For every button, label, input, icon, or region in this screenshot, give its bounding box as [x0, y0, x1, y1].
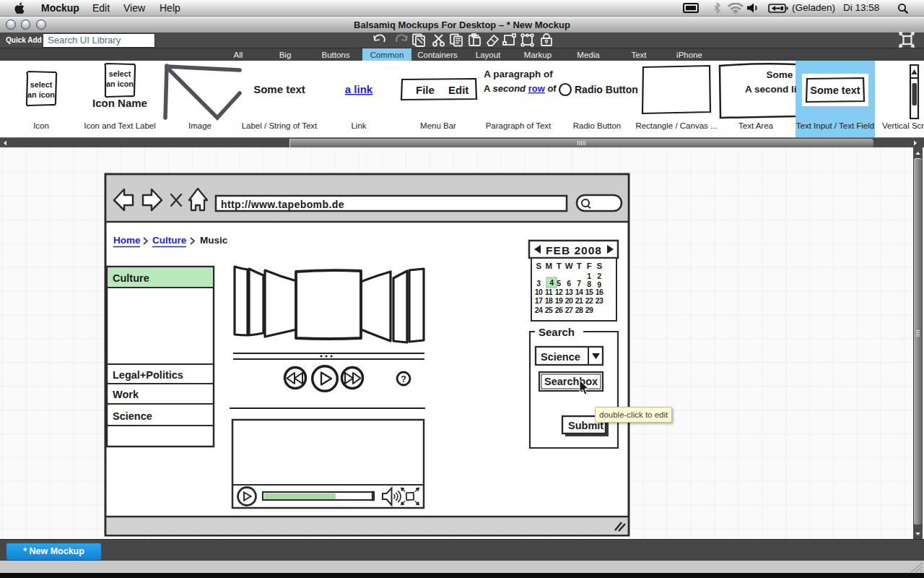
svg-text:13: 13: [565, 288, 573, 296]
svg-text:Culture: Culture: [152, 235, 187, 246]
svg-text:select: select: [30, 80, 53, 89]
svg-text:T: T: [557, 262, 562, 270]
svg-text:Some text: Some text: [810, 85, 860, 96]
svg-text:select: select: [109, 69, 131, 78]
svg-text:Edit: Edit: [448, 84, 468, 96]
svg-text:Science: Science: [541, 351, 580, 363]
svg-text:22: 22: [585, 296, 593, 305]
svg-text:25: 25: [545, 306, 553, 314]
svg-text:A second li: A second li: [745, 84, 797, 95]
svg-text:29: 29: [585, 306, 593, 314]
svg-text:an icon: an icon: [106, 79, 134, 88]
svg-text:Legal+Politics: Legal+Politics: [113, 369, 183, 381]
svg-text:23: 23: [596, 296, 603, 305]
svg-text:21: 21: [575, 296, 583, 305]
svg-text:FEB 2008: FEB 2008: [546, 244, 602, 256]
svg-text:Home: Home: [113, 235, 141, 246]
svg-text:Culture: Culture: [113, 272, 149, 284]
svg-text:28: 28: [575, 306, 583, 314]
svg-text:S: S: [536, 262, 541, 270]
svg-text:2: 2: [597, 272, 601, 280]
svg-text:18: 18: [545, 296, 553, 305]
svg-text:27: 27: [565, 306, 573, 314]
svg-text:Science: Science: [113, 410, 152, 422]
svg-text:W: W: [565, 262, 573, 270]
svg-text:Some: Some: [767, 69, 793, 80]
svg-text:Some text: Some text: [253, 83, 305, 95]
svg-text:an icon: an icon: [27, 90, 55, 99]
svg-text:Icon Name: Icon Name: [92, 97, 147, 109]
svg-text:26: 26: [555, 306, 563, 314]
svg-text:16: 16: [596, 288, 603, 296]
svg-text:Work: Work: [113, 389, 139, 400]
svg-text:24: 24: [535, 306, 543, 314]
svg-text:F: F: [587, 262, 592, 270]
svg-text:?: ?: [401, 374, 406, 384]
svg-text:T: T: [577, 262, 582, 270]
svg-text:M: M: [545, 262, 552, 270]
svg-text:File: File: [416, 84, 435, 96]
svg-text:12: 12: [555, 288, 563, 296]
svg-text:4: 4: [549, 278, 554, 287]
svg-text:3: 3: [536, 279, 541, 288]
svg-text:5: 5: [557, 279, 561, 288]
svg-text:Search: Search: [539, 326, 575, 338]
svg-text:A second row of: A second row of: [484, 83, 557, 94]
svg-text:Searchbox: Searchbox: [544, 376, 598, 387]
svg-text:a link: a link: [345, 83, 373, 95]
svg-text:14: 14: [575, 288, 583, 296]
svg-text:http://www.tapebomb.de: http://www.tapebomb.de: [221, 199, 344, 210]
svg-text:A paragraph of: A paragraph of: [484, 69, 553, 79]
svg-text:Music: Music: [200, 235, 228, 246]
svg-text:11: 11: [545, 288, 553, 296]
svg-text:6: 6: [567, 279, 571, 288]
svg-text:Radio Button: Radio Button: [575, 84, 638, 95]
svg-text:S: S: [596, 262, 602, 270]
svg-text:15: 15: [585, 288, 593, 296]
svg-text:17: 17: [535, 296, 543, 305]
svg-text:20: 20: [565, 296, 573, 305]
svg-text:10: 10: [535, 288, 543, 296]
svg-text:19: 19: [555, 296, 563, 305]
svg-text:7: 7: [577, 279, 581, 288]
